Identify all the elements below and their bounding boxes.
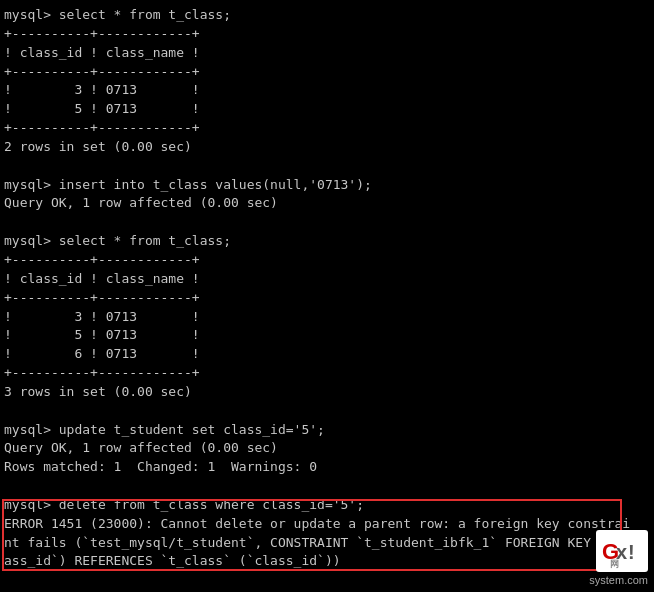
svg-text:!: ! xyxy=(628,541,635,563)
terminal-output: mysql> select * from t_class; +---------… xyxy=(4,6,650,592)
terminal-window: mysql> select * from t_class; +---------… xyxy=(0,0,654,592)
svg-text:网: 网 xyxy=(610,559,619,569)
watermark-site: system.com xyxy=(589,574,648,586)
watermark-logo: G x ! 网 xyxy=(596,530,648,572)
watermark: G x ! 网 system.com xyxy=(589,530,648,586)
